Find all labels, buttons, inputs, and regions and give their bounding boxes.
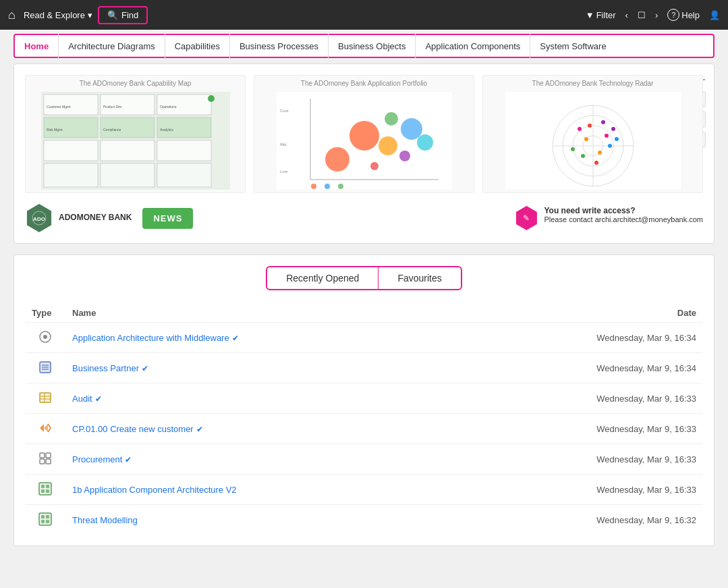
item-date-cell: Wednesday, Mar 9, 16:33 [457,383,703,414]
item-name-link[interactable]: Audit [72,394,92,404]
write-access-text: You need write access? Please contact ar… [544,206,703,223]
svg-rect-86 [40,453,45,458]
nav-next-button[interactable]: › [655,10,658,20]
tab-business-objects[interactable]: Business Objects [329,34,416,58]
col-header-type: Type [25,304,65,323]
nav-window-button[interactable]: ☐ [638,10,646,20]
svg-point-39 [385,112,398,126]
svg-text:Low: Low [280,169,288,173]
svg-text:Operations: Operations [160,105,177,109]
item-type-cell [25,444,65,475]
item-date-cell: Wednesday, Mar 9, 16:33 [457,444,703,475]
table-row: Threat Modelling Wednesday, Mar 9, 16:32 [25,505,703,535]
tab-application-components[interactable]: Application Components [416,34,530,58]
app-portfolio-body: Cost Mid Low [254,88,474,192]
svg-point-57 [584,137,588,141]
table-header-row: Type Name Date [25,304,703,323]
svg-text:Cost: Cost [280,109,289,113]
logo-area: ADO ADOMONEY BANK [25,204,132,232]
svg-point-40 [399,151,410,161]
capability-map-title: The ADOmoney Bank Capability Map [26,76,245,88]
write-hex-svg: ✎ [514,206,538,230]
item-name-link[interactable]: 1b Application Component Architecture V2 [72,485,237,495]
svg-point-64 [594,161,598,165]
table-row: Application Architecture with Middleware… [25,323,703,353]
svg-text:✎: ✎ [523,213,530,223]
item-name-link[interactable]: Business Partner [72,363,139,373]
svg-rect-93 [46,485,49,488]
item-name-link[interactable]: Procurement [72,454,122,464]
svg-rect-88 [40,459,45,464]
svg-point-53 [578,127,582,131]
item-name-link[interactable]: Application Architecture with Middleware [72,333,229,343]
svg-point-60 [581,154,585,158]
type-icon-circle-app [38,329,53,344]
svg-point-38 [401,118,422,140]
help-button[interactable]: ? Help [667,9,700,21]
table-row: Audit✔ Wednesday, Mar 9, 16:33 [25,383,703,414]
svg-point-56 [611,127,615,131]
item-date-cell: Wednesday, Mar 9, 16:34 [457,323,703,353]
svg-point-42 [417,134,433,151]
type-icon-person [38,360,53,375]
svg-point-62 [615,137,619,141]
tab-business-processes[interactable]: Business Processes [230,34,329,58]
find-button[interactable]: 🔍 Find [98,6,148,24]
svg-rect-101 [46,520,49,523]
item-type-cell [25,353,65,383]
tab-home[interactable]: Home [15,34,59,58]
news-button[interactable]: NEWS [142,208,193,229]
tab-architecture-diagrams[interactable]: Architecture Diagrams [59,34,165,58]
table-row: Business Partner✔ Wednesday, Mar 9, 16:3… [25,353,703,383]
tab-recently-opened[interactable]: Recently Opened [267,267,379,289]
svg-text:Risk Mgmt: Risk Mgmt [47,128,63,132]
tab-system-software[interactable]: System Software [530,34,615,58]
svg-rect-96 [39,513,51,525]
svg-rect-100 [41,520,45,523]
col-header-date: Date [457,304,703,323]
type-icon-process [38,421,53,435]
svg-point-41 [370,162,379,170]
svg-rect-94 [41,489,45,493]
filter-button[interactable]: ▼ Filter [586,10,616,20]
item-type-cell [25,383,65,414]
check-icon: ✔ [142,364,148,373]
app-portfolio-svg: Cost Mid Low [277,92,452,190]
help-label: Help [681,10,700,20]
item-name-link[interactable]: CP.01.00 Create new customer [72,424,194,434]
item-name-link[interactable]: Threat Modelling [72,515,138,525]
svg-rect-99 [46,515,49,518]
item-date-cell: Wednesday, Mar 9, 16:32 [457,505,703,535]
table-row: 1b Application Component Architecture V2… [25,475,703,505]
tech-radar-thumb[interactable]: The ADOmoney Bank Technology Radar [482,75,703,193]
svg-point-43 [311,184,316,189]
svg-rect-95 [46,489,49,493]
home-icon[interactable]: ⌂ [8,8,16,22]
item-date-cell: Wednesday, Mar 9, 16:33 [457,414,703,444]
svg-text:Analytics: Analytics [160,128,174,132]
read-explore-dropdown[interactable]: Read & Explore ▾ [24,10,92,20]
check-icon: ✔ [232,333,239,343]
svg-point-59 [571,147,575,151]
app-portfolio-thumb[interactable]: The ADOmoney Bank Application Portfolio … [254,75,474,193]
tab-capabilities[interactable]: Capabilities [165,34,230,58]
svg-point-54 [605,134,609,138]
capability-map-thumb[interactable]: The ADOmoney Bank Capability Map [25,75,246,193]
item-name-cell: Procurement✔ [65,444,457,475]
nav-prev-button[interactable]: ‹ [625,10,628,20]
user-icon[interactable]: 👤 [709,10,720,20]
search-icon: 🔍 [107,10,118,20]
svg-rect-89 [46,459,51,464]
svg-point-44 [325,184,330,189]
write-access-area: ✎ You need write access? Please contact … [514,206,703,230]
item-type-cell [25,475,65,505]
tab-favourites[interactable]: Favourites [379,267,460,289]
dropdown-chevron-icon: ▾ [88,10,92,20]
svg-point-36 [349,121,379,151]
check-icon: ✔ [95,394,102,404]
item-name-cell: Application Architecture with Middleware… [65,323,457,353]
item-date-cell: Wednesday, Mar 9, 16:34 [457,353,703,383]
svg-marker-83 [44,424,48,432]
svg-point-58 [598,151,602,155]
find-label: Find [121,10,138,20]
